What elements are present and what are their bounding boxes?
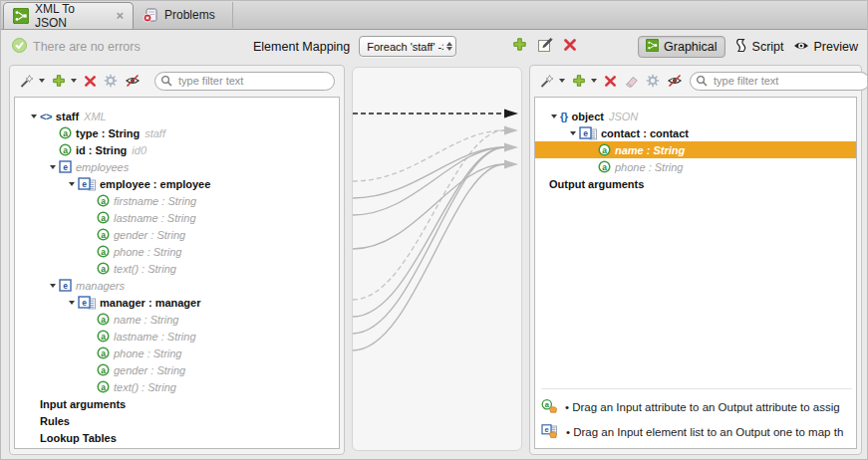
hint-text: • Drag an Input element list to an Outpu… (566, 426, 843, 438)
element-icon: e (59, 279, 72, 292)
tree-node-label: staff (56, 111, 79, 122)
tab-problems[interactable]: Problems (134, 2, 233, 28)
mapping-line[interactable] (353, 147, 504, 317)
expander-arrow-icon[interactable] (65, 181, 78, 186)
svg-text:a: a (63, 128, 68, 138)
tree-node-label: object (572, 111, 604, 122)
edit-mapping-button[interactable] (537, 37, 553, 57)
svg-text:a: a (101, 332, 106, 342)
mapping-line[interactable] (353, 164, 504, 249)
section-row[interactable]: Rules (15, 412, 339, 429)
hint-area: a• Drag an Input attribute to an Output … (541, 388, 852, 444)
attribute-icon: a (97, 363, 110, 376)
auto-map-wand-icon[interactable] (19, 74, 34, 89)
status-text: There are no errors (33, 40, 141, 54)
tree-row[interactable]: emanager : manager (15, 294, 339, 311)
delete-mapping-button[interactable] (563, 38, 577, 56)
json-object-icon: {} (560, 111, 568, 122)
eraser-icon[interactable] (624, 74, 639, 88)
graphical-view-button[interactable]: Graphical (638, 36, 725, 58)
section-row[interactable]: Input arguments (15, 395, 339, 412)
expander-arrow-icon[interactable] (27, 114, 40, 118)
mapping-line[interactable] (353, 130, 504, 300)
tree-node-label: name : String (615, 144, 685, 156)
tree-node-label: firstname : String (114, 195, 196, 207)
tree-node-suffix: id0 (132, 144, 146, 156)
mapping-line[interactable] (353, 164, 504, 350)
tree-row[interactable]: aphone : String (535, 158, 856, 175)
editor-body: <>staffXMLatype : Stringstaffaid : Strin… (1, 63, 867, 459)
tree-row[interactable]: aphone : String (15, 345, 339, 361)
graphical-icon (646, 39, 659, 55)
tree-row[interactable]: eemployee : employee (15, 175, 339, 192)
input-filter-field[interactable] (154, 72, 335, 91)
wand-dropdown-caret[interactable] (39, 79, 45, 83)
xml-to-json-mapper-window: XML To JSON × Problems There are no erro… (0, 0, 868, 460)
delete-node-button[interactable] (84, 75, 97, 88)
auto-map-wand-icon[interactable] (539, 74, 554, 89)
tree-row[interactable]: aid : Stringid0 (15, 141, 339, 158)
hide-unmapped-eye-icon[interactable] (667, 74, 683, 88)
add-dropdown-caret[interactable] (591, 79, 597, 83)
attribute-icon: a (59, 143, 72, 156)
preview-view-button[interactable]: Preview (793, 40, 858, 55)
add-node-button[interactable] (572, 74, 586, 88)
section-row[interactable]: Output arguments (535, 175, 856, 192)
mapping-line[interactable] (353, 130, 504, 181)
properties-gear-icon[interactable] (646, 74, 660, 88)
tree-node-label: id : String (76, 144, 127, 156)
tree-row[interactable]: alastname : String (15, 328, 339, 345)
tree-row[interactable]: atext() : String (15, 260, 339, 277)
svg-text:a: a (101, 230, 106, 240)
expander-arrow-icon[interactable] (566, 130, 579, 135)
tree-row[interactable]: emanagers (15, 277, 339, 294)
tree-row[interactable]: <>staffXML (15, 108, 339, 124)
attribute-drag-icon: a (541, 399, 558, 415)
tree-row[interactable]: atext() : String (15, 378, 339, 395)
expander-arrow-icon[interactable] (46, 164, 59, 169)
mapping-canvas[interactable] (352, 67, 522, 451)
output-panel-toolbar (530, 66, 861, 96)
tree-row[interactable]: aname : String (535, 141, 856, 158)
tab-label: Problems (164, 8, 215, 22)
tree-row[interactable]: afirstname : String (15, 192, 339, 209)
mapping-arrowhead (504, 110, 518, 118)
element-icon: e (59, 160, 72, 173)
tree-node-label: phone : String (114, 246, 182, 258)
tree-row[interactable]: atype : Stringstaff (15, 124, 339, 141)
attribute-icon: a (97, 313, 110, 326)
properties-gear-icon[interactable] (104, 74, 118, 88)
tree-row[interactable]: aphone : String (15, 243, 339, 260)
close-icon[interactable]: × (116, 11, 124, 21)
add-mapping-button[interactable] (512, 37, 527, 56)
tree-row[interactable]: agender : String (15, 361, 339, 378)
tab-xml-to-json[interactable]: XML To JSON × (3, 2, 134, 29)
delete-node-button[interactable] (604, 75, 617, 88)
attribute-icon: a (97, 228, 110, 241)
tree-row[interactable]: aname : String (15, 311, 339, 328)
expander-arrow-icon[interactable] (65, 300, 78, 305)
hide-unmapped-eye-icon[interactable] (125, 74, 141, 88)
mapping-line[interactable] (353, 147, 504, 198)
attribute-icon: a (59, 126, 72, 139)
attribute-icon: a (97, 346, 110, 359)
script-view-button[interactable]: Script (734, 38, 784, 56)
tree-row[interactable]: alastname : String (15, 209, 339, 226)
attribute-icon: a (97, 245, 110, 258)
attribute-icon: a (97, 262, 110, 275)
wand-dropdown-caret[interactable] (559, 79, 565, 83)
tree-row[interactable]: eemployees (15, 158, 339, 175)
expander-arrow-icon[interactable] (46, 283, 59, 288)
tree-row[interactable]: econtact : contact (535, 124, 856, 141)
section-row[interactable]: Lookup Tables (15, 429, 339, 446)
view-button-label: Preview (814, 40, 858, 54)
expander-arrow-icon[interactable] (547, 114, 560, 118)
status-message: There are no errors (12, 38, 141, 56)
output-filter-field[interactable] (690, 72, 868, 91)
add-node-button[interactable] (52, 74, 66, 88)
mapping-select[interactable]: Foreach 'staff' -> 'o (359, 36, 456, 57)
tree-row[interactable]: {}objectJSON (535, 108, 856, 124)
add-dropdown-caret[interactable] (71, 79, 77, 83)
section-label: Input arguments (40, 398, 126, 410)
tree-row[interactable]: agender : String (15, 226, 339, 243)
